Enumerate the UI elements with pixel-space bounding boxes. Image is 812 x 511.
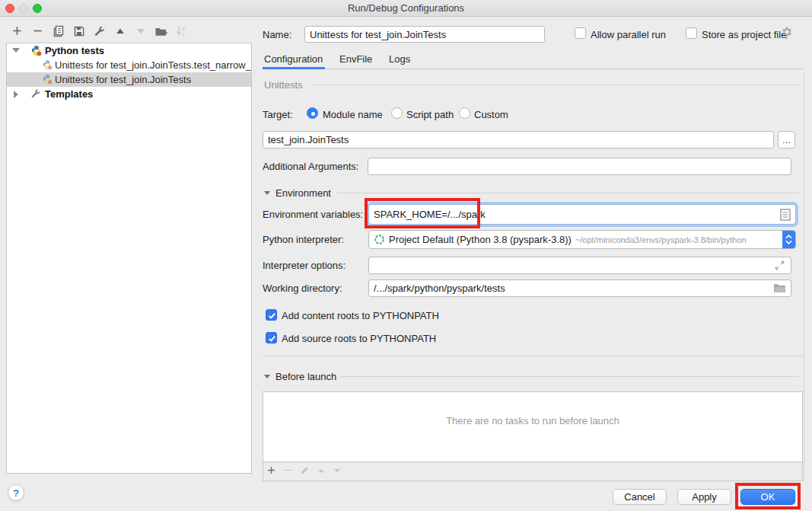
tree-item-jointests-selected[interactable]: Unittests for test_join.JoinTests [7,72,251,87]
remove-task-icon [283,465,293,477]
title-bar: Run/Debug Configurations [0,0,812,17]
section-divider [263,356,803,356]
tab-configuration[interactable]: Configuration [264,53,323,65]
store-as-project-file-label: Store as project file [702,29,786,40]
svg-text:z: z [182,31,184,37]
folder-icon[interactable] [773,283,786,295]
move-task-down-icon [333,466,342,477]
chevron-right-icon[interactable] [14,91,18,98]
scrollbar-track[interactable] [804,72,804,481]
interpreter-options-label: Interpreter options: [263,260,345,271]
target-custom-label: Custom [474,109,508,120]
run-debug-configurations-dialog: Run/Debug Configurations az [0,0,812,511]
target-label: Target: [263,109,293,120]
save-configuration-icon[interactable] [72,24,85,37]
templates-wrench-icon [30,88,42,100]
before-launch-empty-text: There are no tasks to run before launch [263,415,802,426]
edit-templates-icon[interactable] [93,24,106,37]
target-script-path-label: Script path [406,109,454,120]
python-tests-icon [30,45,42,56]
target-script-path-radio[interactable] [391,107,403,119]
python-test-icon [42,59,53,71]
name-input[interactable] [304,26,545,43]
add-content-roots-label: Add content roots to PYTHONPATH [282,310,439,321]
configurations-tree: Python tests Unittests for test_join.Joi… [6,43,252,474]
additional-arguments-label: Additional Arguments: [263,161,358,172]
conda-env-icon [374,234,385,245]
before-launch-header: Before launch [275,371,336,382]
tree-item-label: Unittests for test_join.JoinTests [55,72,191,87]
before-launch-collapse-icon[interactable] [264,375,270,378]
annotation-env-vars-highlight [365,198,480,228]
edit-task-icon [300,465,310,477]
additional-arguments-input[interactable] [368,158,791,175]
copy-configuration-icon[interactable] [52,24,65,37]
browse-variables-icon[interactable] [780,209,791,223]
before-launch-task-list[interactable]: There are no tasks to run before launch [263,391,803,462]
tab-envfile[interactable]: EnvFile [339,53,372,65]
allow-parallel-run-label: Allow parallel run [591,29,666,40]
working-directory-input[interactable] [368,279,791,297]
tree-item-templates[interactable]: Templates [7,87,251,101]
environment-header: Environment [275,187,331,199]
move-down-icon [134,24,147,37]
active-tab-indicator [263,67,325,69]
python-interpreter-label: Python interpreter: [263,234,344,245]
name-label: Name: [263,29,291,40]
tree-item-label: Unittests for test_join.JoinTests.test_n… [55,58,251,72]
interpreter-stepper-icon[interactable] [782,231,795,248]
unittests-group-title: Unittests [264,79,303,91]
apply-button[interactable]: Apply [677,489,731,505]
window-title: Run/Debug Configurations [0,2,812,14]
add-source-roots-checkbox[interactable] [266,332,277,343]
target-module-input[interactable] [263,131,774,149]
svg-text:a: a [182,25,185,30]
target-module-name-radio[interactable] [307,107,318,119]
move-up-icon[interactable] [113,24,126,37]
add-configuration-icon[interactable] [11,24,24,37]
tree-item-python-tests[interactable]: Python tests [7,43,251,58]
chevron-down-icon[interactable] [12,48,20,53]
store-as-project-file-checkbox[interactable] [686,27,697,39]
add-source-roots-label: Add source roots to PYTHONPATH [282,333,436,344]
interpreter-value: Project Default (Python 3.8 (pyspark-3.8… [389,234,572,245]
configurations-toolbar: az [11,24,188,37]
python-interpreter-select[interactable]: Project Default (Python 3.8 (pyspark-3.8… [368,230,796,249]
tabs-divider [263,69,803,69]
interpreter-path: ~/opt/miniconda3/envs/pyspark-3.8/bin/py… [575,235,747,244]
tree-item-label: Python tests [45,43,104,58]
target-module-name-label: Module name [323,109,383,120]
tree-item-test-narrow[interactable]: Unittests for test_join.JoinTests.test_n… [7,58,251,72]
new-folder-icon[interactable] [154,24,167,37]
environment-collapse-icon[interactable] [264,191,270,195]
python-test-icon [42,74,53,85]
move-task-up-icon [317,466,326,477]
sort-alphabetically-icon: az [175,24,188,37]
browse-target-button[interactable]: ... [778,131,795,149]
environment-variables-label: Environment variables: [263,209,363,220]
allow-parallel-run-checkbox[interactable] [575,27,586,39]
annotation-ok-button-highlight [735,483,801,509]
add-content-roots-checkbox[interactable] [266,309,277,321]
target-custom-radio[interactable] [459,107,470,119]
expand-field-icon[interactable] [775,260,785,273]
before-launch-toolbar [263,462,803,481]
remove-configuration-icon[interactable] [31,24,44,37]
cancel-button[interactable]: Cancel [613,489,667,505]
tree-item-label: Templates [45,87,93,101]
interpreter-options-input[interactable] [368,257,791,274]
group-divider [314,85,799,85]
tab-logs[interactable]: Logs [389,53,410,65]
help-button[interactable]: ? [8,484,24,501]
group-divider [341,376,799,377]
gear-icon[interactable] [780,27,793,42]
group-divider [336,193,799,193]
working-directory-label: Working directory: [263,283,342,294]
add-task-icon[interactable] [266,465,276,477]
